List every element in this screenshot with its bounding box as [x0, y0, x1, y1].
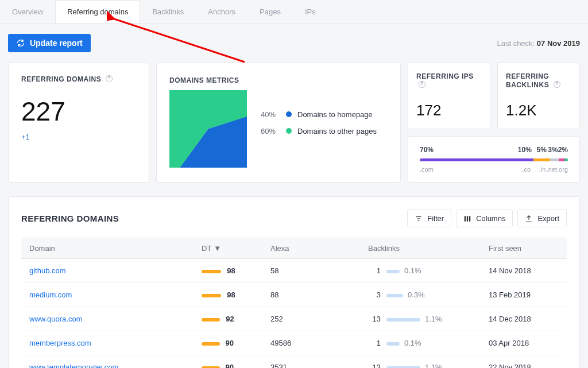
dt-bar: [202, 342, 220, 346]
card-referring-domains: REFERRING DOMAINS 227 +1: [8, 63, 149, 183]
backlink-pct: 1.1%: [425, 363, 442, 368]
svg-rect-8: [469, 216, 470, 221]
last-check-label: Last check:: [497, 39, 536, 48]
backlink-bar: [386, 270, 400, 273]
legend-label: Domains to other pages: [297, 127, 377, 135]
update-report-label: Update report: [30, 38, 83, 48]
backlink-bar: [386, 294, 403, 297]
backlink-bar: [386, 366, 420, 368]
dist-tld: .org: [557, 166, 568, 173]
dt-bar: [202, 318, 220, 321]
referring-domains-table: DomainDT ▼AlexaBacklinksFirst seen githu…: [21, 238, 567, 368]
backlink-pct: 1.1%: [425, 315, 442, 323]
dist-segment: [559, 158, 564, 161]
table-row: www.templatemonster.com903531131.1%22 No…: [21, 355, 567, 369]
domain-link[interactable]: www.quora.com: [29, 315, 82, 323]
legend-label: Domains to homepage: [297, 110, 373, 119]
backlink-count: 1: [368, 266, 381, 275]
dist-pct: 70%: [420, 146, 509, 154]
card-domains-metrics: DOMAINS METRICS 40%Domains to homepage60…: [156, 63, 401, 183]
column-header[interactable]: Backlinks: [360, 238, 481, 259]
first-seen: 14 Dec 2018: [481, 307, 567, 331]
table-title: REFERRING DOMAINS: [21, 214, 119, 223]
first-seen: 22 Nov 2018: [481, 355, 567, 369]
dist-pct: 10%: [509, 146, 532, 154]
tabs-bar: OverviewReferring domainsBacklinksAnchor…: [0, 0, 588, 24]
backlink-count: 13: [368, 315, 381, 323]
card-title: REFERRING IPS: [416, 72, 474, 80]
column-header[interactable]: Domain: [21, 238, 194, 259]
legend-pct: 40%: [261, 110, 280, 119]
update-report-button[interactable]: Update report: [8, 34, 91, 52]
dist-segment: [533, 158, 550, 161]
table-row: github.com985810.1%14 Nov 2018: [21, 259, 567, 283]
backlink-bar: [386, 318, 420, 321]
dist-pct: 3%: [547, 146, 558, 154]
help-icon[interactable]: [554, 81, 560, 88]
column-header[interactable]: Alexa: [262, 238, 360, 259]
filter-button[interactable]: Filter: [407, 210, 451, 227]
svg-rect-7: [467, 216, 468, 221]
tab-pages[interactable]: Pages: [247, 0, 293, 23]
legend-item: 60%Domains to other pages: [261, 127, 377, 135]
backlink-count: 3: [368, 290, 381, 299]
ref-domains-delta[interactable]: +1: [21, 133, 136, 141]
dist-pct: 5%: [532, 146, 547, 154]
domain-link[interactable]: medium.com: [29, 290, 72, 299]
alexa-value: 49586: [262, 331, 360, 355]
dist-tld: .co: [509, 166, 531, 173]
dist-tld: .com: [420, 166, 509, 173]
refresh-icon: [16, 38, 25, 48]
tab-backlinks[interactable]: Backlinks: [140, 0, 196, 23]
card-referring-backlinks: REFERRING BACKLINKS 1.2K: [497, 63, 580, 129]
dist-pct: 2%: [558, 146, 568, 154]
export-button[interactable]: Export: [517, 210, 567, 227]
alexa-value: 58: [262, 259, 360, 283]
tab-referring-domains[interactable]: Referring domains: [55, 0, 140, 23]
alexa-value: 252: [262, 307, 360, 331]
dt-value: 98: [227, 266, 235, 275]
last-check-value: 07 Nov 2019: [537, 39, 580, 48]
dt-value: 92: [226, 315, 234, 323]
first-seen: 14 Nov 2018: [481, 259, 567, 283]
legend-dot: [286, 111, 292, 117]
ref-domains-value: 227: [21, 96, 136, 127]
backlink-pct: 0.1%: [404, 339, 421, 347]
dt-bar: [202, 366, 220, 368]
sort-desc-icon: ▼: [214, 244, 221, 253]
card-referring-ips: REFERRING IPS 172: [408, 63, 490, 129]
columns-icon: [463, 215, 471, 223]
domain-link[interactable]: memberpress.com: [29, 339, 91, 347]
columns-button[interactable]: Columns: [456, 210, 513, 227]
help-icon[interactable]: [106, 75, 113, 82]
domain-link[interactable]: www.templatemonster.com: [29, 363, 118, 368]
alexa-value: 88: [262, 283, 360, 307]
column-header[interactable]: First seen: [481, 238, 567, 259]
column-header[interactable]: DT ▼: [194, 238, 262, 259]
domain-link[interactable]: github.com: [29, 266, 66, 275]
card-title: DOMAINS METRICS: [169, 76, 247, 84]
dt-value: 90: [226, 339, 234, 347]
table-row: medium.com988830.3%13 Feb 2019: [21, 283, 567, 307]
tab-overview[interactable]: Overview: [0, 0, 55, 23]
legend-dot: [286, 128, 292, 134]
columns-label: Columns: [476, 214, 505, 223]
dt-value: 98: [227, 290, 235, 299]
first-seen: 13 Feb 2019: [481, 283, 567, 307]
backlink-pct: 0.3%: [408, 290, 425, 299]
dist-segment: [550, 158, 559, 161]
alexa-value: 3531: [262, 355, 360, 369]
ref-backlinks-value: 1.2K: [506, 102, 571, 119]
tab-anchors[interactable]: Anchors: [196, 0, 247, 23]
backlink-count: 1: [368, 339, 381, 347]
dist-tld: .net: [546, 166, 557, 173]
help-icon[interactable]: [419, 81, 425, 88]
card-title: REFERRING DOMAINS: [21, 75, 101, 83]
tab-ips[interactable]: IPs: [293, 0, 328, 23]
dt-bar: [202, 270, 221, 273]
last-check: Last check: 07 Nov 2019: [497, 39, 580, 48]
backlink-count: 13: [368, 363, 381, 368]
backlink-bar: [386, 342, 400, 346]
legend-pct: 60%: [261, 127, 280, 135]
export-icon: [525, 215, 533, 223]
